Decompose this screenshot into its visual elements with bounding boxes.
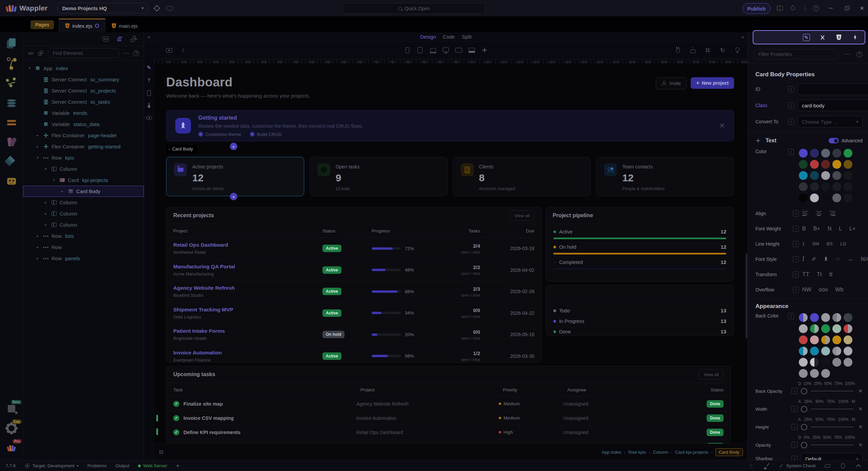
cloud-sync-icon[interactable] bbox=[165, 4, 174, 12]
hand-icon[interactable]: ☞ bbox=[835, 256, 840, 262]
breadcrumb-current[interactable]: Card Body bbox=[715, 448, 743, 456]
color-swatch[interactable] bbox=[810, 324, 819, 333]
code-icon[interactable] bbox=[27, 49, 34, 57]
selected-element-chip[interactable]: ‹ Card Body bbox=[166, 145, 197, 153]
new-project-button[interactable]: + New project bbox=[691, 77, 734, 89]
project-link[interactable]: Patient Intake Forms bbox=[173, 328, 322, 334]
info-icon[interactable]: i bbox=[793, 287, 799, 293]
blocks-icon[interactable] bbox=[37, 49, 44, 57]
tab-code[interactable]: Code bbox=[443, 34, 455, 40]
tree-item[interactable]: ▸Row bbox=[23, 242, 144, 253]
color-swatch[interactable] bbox=[810, 149, 819, 158]
color-swatch[interactable] bbox=[799, 347, 808, 355]
color-swatch[interactable] bbox=[832, 171, 841, 180]
slider-tick[interactable]: 50% bbox=[815, 399, 824, 404]
slider-tick[interactable]: A bbox=[798, 399, 801, 404]
restore-icon[interactable] bbox=[843, 4, 851, 12]
breadcrumb-link[interactable]: Card kpi-projects bbox=[675, 450, 708, 455]
minimize-icon[interactable] bbox=[827, 4, 835, 12]
chevron-right-icon[interactable]: ▸ bbox=[35, 133, 40, 138]
kebab-menu-icon[interactable] bbox=[801, 4, 809, 12]
color-swatch[interactable] bbox=[844, 313, 852, 322]
id-input[interactable] bbox=[797, 83, 868, 95]
share-icon[interactable] bbox=[689, 46, 697, 54]
css3-icon[interactable] bbox=[835, 33, 843, 41]
chevron-right-icon[interactable]: ▸ bbox=[43, 200, 48, 205]
color-swatch[interactable] bbox=[799, 182, 808, 191]
transform-option[interactable]: Tt bbox=[817, 271, 822, 278]
color-swatch[interactable] bbox=[832, 347, 841, 355]
table-row[interactable]: ✓Invoice CSV mappingInvoice AutomationMe… bbox=[166, 411, 730, 425]
tree-item[interactable]: ▸Column bbox=[23, 219, 144, 230]
bug-icon[interactable] bbox=[839, 462, 847, 470]
system-check-button[interactable]: System Check bbox=[778, 462, 816, 470]
slider-tick[interactable]: 75% bbox=[827, 417, 835, 422]
info-icon[interactable]: i bbox=[791, 406, 797, 412]
tree-item[interactable]: ▸Flex Containergetting-started bbox=[23, 141, 144, 152]
table-row[interactable]: Manufacturing QA PortalAcme Manufacturin… bbox=[166, 260, 541, 281]
color-swatch[interactable] bbox=[832, 160, 841, 169]
tree-item[interactable]: Server Connectsc_summary bbox=[23, 74, 144, 85]
target-selector[interactable]: Target: Development ▾ bbox=[24, 463, 79, 469]
tree-item[interactable]: Server Connectsc_tasks bbox=[23, 96, 144, 107]
clear-icon[interactable]: ✕ bbox=[858, 442, 863, 448]
slider-tick[interactable]: 100% bbox=[838, 399, 849, 404]
breadcrumb-link[interactable]: Column bbox=[653, 450, 668, 455]
quick-open-button[interactable]: Quick Open bbox=[342, 3, 486, 14]
table-row[interactable]: Shipment Tracking MVPOrbit LogisticsActi… bbox=[166, 303, 541, 324]
output-button[interactable]: Output bbox=[116, 463, 130, 468]
banner-close-icon[interactable]: ✕ bbox=[719, 122, 725, 130]
font-weight-option[interactable]: B bbox=[802, 226, 806, 232]
align-left-icon[interactable] bbox=[802, 211, 808, 216]
slider-knob[interactable] bbox=[801, 388, 807, 394]
tree-item[interactable]: Variablestatus_data bbox=[23, 119, 144, 130]
info-icon[interactable]: i bbox=[793, 226, 799, 232]
color-swatch[interactable] bbox=[821, 171, 830, 180]
scissors-icon[interactable] bbox=[818, 33, 827, 41]
color-swatch[interactable] bbox=[844, 335, 852, 344]
add-panel-button[interactable]: + bbox=[176, 463, 179, 469]
info-icon[interactable]: i bbox=[793, 210, 799, 217]
slider-tick[interactable]: 50% bbox=[815, 417, 824, 422]
transform-option[interactable]: TT bbox=[802, 271, 809, 278]
add-element-button[interactable]: + bbox=[230, 143, 237, 150]
slider-track[interactable] bbox=[811, 391, 853, 391]
tab-split[interactable]: Split bbox=[462, 34, 472, 40]
broom-icon[interactable] bbox=[763, 462, 771, 470]
droplet-icon[interactable] bbox=[789, 4, 797, 12]
sitemap-icon[interactable] bbox=[130, 35, 138, 43]
desktop-icon[interactable] bbox=[468, 46, 476, 54]
color-swatch[interactable] bbox=[844, 347, 852, 355]
help-icon[interactable] bbox=[855, 50, 863, 58]
tree-item[interactable]: ▾Appindex bbox=[23, 63, 144, 74]
line-height-option[interactable]: 1 bbox=[802, 241, 805, 246]
collapse-left-icon[interactable]: « bbox=[147, 34, 150, 40]
slider-tick[interactable]: 10% bbox=[803, 381, 811, 386]
eraser-icon[interactable] bbox=[823, 462, 831, 470]
ellipsis-icon[interactable] bbox=[843, 50, 851, 58]
project-link[interactable]: Retail Ops Dashboard bbox=[173, 242, 322, 248]
slider-tick[interactable]: D bbox=[798, 435, 801, 440]
tab-index-ejs[interactable]: 5 index.ejs bbox=[59, 19, 105, 32]
transform-option[interactable]: tt bbox=[829, 271, 832, 278]
slider-tick[interactable]: 75% bbox=[834, 381, 843, 386]
kpi-card[interactable]: Active projects12Across all clients bbox=[166, 157, 304, 196]
project-link[interactable]: Agency Website Refresh bbox=[173, 285, 322, 291]
color-swatch[interactable] bbox=[821, 149, 830, 158]
chevron-right-icon[interactable]: ▸ bbox=[35, 256, 40, 261]
kpi-card[interactable]: Open tasks913 total bbox=[310, 157, 448, 196]
info-icon[interactable]: i bbox=[788, 149, 794, 155]
move-handle-icon[interactable] bbox=[754, 137, 762, 145]
grid-icon[interactable] bbox=[704, 46, 712, 54]
info-icon[interactable]: i bbox=[791, 424, 797, 430]
web-server-button[interactable]: Web Server bbox=[138, 463, 167, 468]
outline-list-icon[interactable] bbox=[116, 35, 124, 43]
tree-item[interactable]: ▸Flex Containerpage-header bbox=[23, 130, 144, 141]
filter-properties-input[interactable] bbox=[753, 49, 839, 59]
tree-item[interactable]: ▸Rowpanels bbox=[23, 253, 144, 264]
color-swatch[interactable] bbox=[832, 335, 841, 344]
slider-tick[interactable]: D bbox=[798, 381, 801, 386]
align-center-icon[interactable] bbox=[816, 211, 822, 216]
info-icon[interactable]: i bbox=[788, 86, 794, 92]
clear-icon[interactable]: ✕ bbox=[858, 406, 863, 412]
